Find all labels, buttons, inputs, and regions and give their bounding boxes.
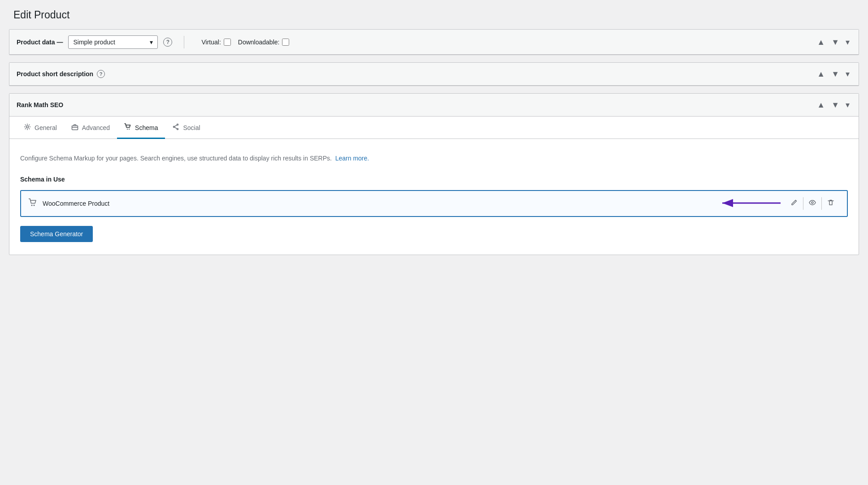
schema-item-name: WooCommerce Product (43, 200, 711, 207)
rank-math-title: Rank Math SEO (17, 101, 63, 108)
tab-social[interactable]: Social (165, 117, 207, 139)
briefcase-icon (71, 123, 78, 132)
learn-more-link[interactable]: Learn more. (335, 155, 369, 162)
virtual-checkbox[interactable] (224, 39, 231, 46)
virtual-downloadable-group: Virtual: Downloadable: (201, 39, 289, 46)
tab-schema-label: Schema (135, 124, 158, 131)
short-description-title: Product short description (17, 70, 93, 78)
svg-point-4 (129, 129, 130, 130)
short-desc-toggle-button[interactable]: ▾ (844, 69, 851, 79)
svg-point-6 (174, 126, 175, 128)
schema-edit-button[interactable] (785, 197, 803, 210)
schema-generator-button[interactable]: Schema Generator (20, 226, 93, 242)
product-data-header: Product data — Simple product ▾ ? Virtua… (9, 30, 859, 55)
product-type-value: Simple product (73, 39, 146, 46)
chevron-down-icon: ▾ (150, 39, 153, 46)
svg-point-10 (31, 204, 33, 206)
social-icon (172, 123, 179, 132)
short-description-header: Product short description ? ▲ ▼ ▾ (9, 63, 859, 86)
short-description-help-icon[interactable]: ? (97, 70, 105, 78)
product-data-down-button[interactable]: ▼ (829, 37, 841, 47)
tab-advanced[interactable]: Advanced (64, 117, 117, 139)
svg-point-0 (26, 126, 29, 128)
product-data-panel: Product data — Simple product ▾ ? Virtua… (9, 29, 859, 55)
page-title: Edit Product (9, 9, 859, 21)
svg-point-11 (34, 204, 35, 206)
product-data-controls: ▲ ▼ ▾ (815, 37, 851, 47)
short-description-panel: Product short description ? ▲ ▼ ▾ (9, 62, 859, 86)
virtual-text: Virtual: (201, 39, 221, 46)
schema-item-actions (785, 197, 840, 210)
svg-point-3 (127, 129, 128, 130)
rank-math-up-button[interactable]: ▲ (815, 100, 827, 110)
rank-math-toggle-button[interactable]: ▾ (844, 100, 851, 110)
svg-rect-1 (72, 126, 78, 130)
schema-description: Configure Schema Markup for your pages. … (20, 153, 848, 163)
tab-advanced-label: Advanced (82, 124, 110, 131)
tab-general[interactable]: General (17, 117, 64, 139)
schema-delete-button[interactable] (821, 197, 840, 210)
schema-preview-button[interactable] (803, 197, 821, 210)
cart-icon-tab (124, 123, 131, 132)
product-type-select[interactable]: Simple product ▾ (68, 35, 158, 49)
tab-social-label: Social (183, 124, 200, 131)
tabs-bar: General Advanced (9, 117, 859, 139)
svg-point-7 (177, 129, 178, 130)
svg-line-9 (175, 127, 177, 129)
tab-general-label: General (35, 124, 57, 131)
rank-math-controls: ▲ ▼ ▾ (815, 100, 851, 110)
arrow-annotation (718, 198, 785, 210)
short-desc-down-button[interactable]: ▼ (829, 69, 841, 79)
product-data-toggle-button[interactable]: ▾ (844, 37, 851, 47)
separator (184, 36, 184, 48)
schema-in-use-label: Schema in Use (20, 176, 848, 183)
tab-schema[interactable]: Schema (117, 117, 165, 139)
product-data-up-button[interactable]: ▲ (815, 37, 827, 47)
help-icon[interactable]: ? (163, 38, 172, 47)
rank-math-panel: Rank Math SEO ▲ ▼ ▾ General (9, 93, 859, 255)
cart-icon-schema (28, 198, 37, 209)
gear-icon (24, 123, 31, 132)
rank-math-header: Rank Math SEO ▲ ▼ ▾ (9, 94, 859, 117)
schema-item-row: WooCommerce Product (20, 190, 848, 217)
downloadable-label[interactable]: Downloadable: (238, 39, 290, 46)
short-description-controls: ▲ ▼ ▾ (815, 69, 851, 79)
short-desc-up-button[interactable]: ▲ (815, 69, 827, 79)
rank-math-down-button[interactable]: ▼ (829, 100, 841, 110)
product-data-label: Product data — (17, 39, 63, 46)
svg-line-8 (175, 125, 177, 126)
virtual-label[interactable]: Virtual: (201, 39, 230, 46)
svg-point-14 (812, 202, 813, 204)
downloadable-checkbox[interactable] (282, 39, 289, 46)
schema-tab-content: Configure Schema Markup for your pages. … (9, 139, 859, 255)
svg-point-5 (177, 124, 178, 126)
downloadable-text: Downloadable: (238, 39, 280, 46)
